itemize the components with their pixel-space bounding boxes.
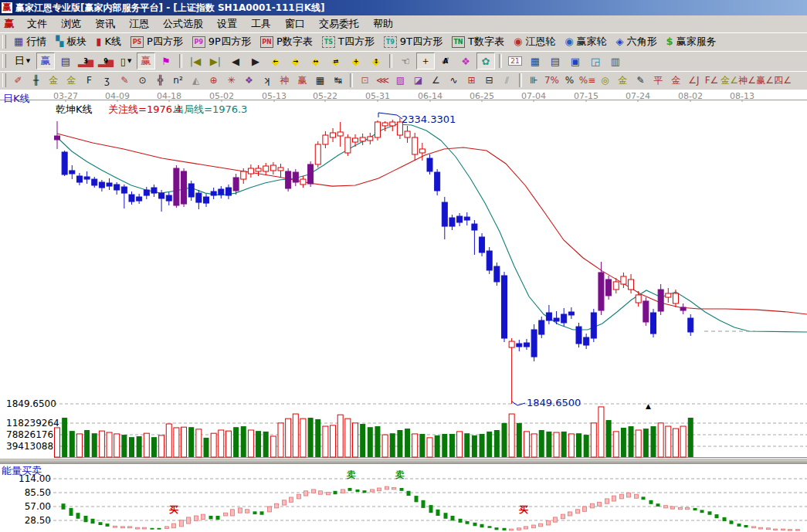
t-number-button[interactable]: TNT数字表 (447, 33, 509, 50)
menu-item-5[interactable]: 公式选股 (156, 15, 210, 32)
shen-angle-icon[interactable]: 神∠ (738, 73, 756, 89)
menu-item-9[interactable]: 交易委托 (312, 15, 366, 32)
winner-wheel-button[interactable]: ◉赢家轮 (560, 33, 611, 50)
bars-3-icon[interactable]: ▂▅3 (76, 53, 95, 69)
next-bar-icon[interactable]: ▶ (246, 53, 265, 69)
gold-lines-icon[interactable]: 金 (614, 73, 632, 89)
p-number-button[interactable]: PNP数字表 (256, 33, 317, 50)
time-circle-icon[interactable]: ⊙ (134, 73, 151, 89)
zoom-in-diamond-icon[interactable]: ◆+ (347, 53, 365, 69)
kline-chart-canvas[interactable] (0, 90, 807, 532)
pen-ruler-icon[interactable]: ✎ (116, 73, 134, 89)
save-icon[interactable]: ▣ (566, 53, 585, 69)
swap-diamond-icon[interactable]: ◆⇄ (327, 53, 345, 69)
k-marks-icon[interactable]: ʞ (258, 73, 276, 89)
menu-item-8[interactable]: 窗口 (278, 15, 312, 32)
expand-y-diamond-icon[interactable]: ◆↕ (367, 53, 385, 69)
web-box-icon[interactable]: ▨ (392, 73, 409, 89)
j-angle-icon[interactable]: ∠J (685, 73, 703, 89)
candle-type-icon-dropdown-arrow[interactable]: ▼ (127, 58, 131, 64)
grid-dark-icon[interactable]: ⊟ (480, 73, 498, 89)
p-square-button[interactable]: PSP四方形 (126, 33, 188, 50)
toolbar-grip[interactable] (2, 73, 6, 87)
circle-cross-icon[interactable]: ⊕ (205, 73, 222, 89)
menu-item-2[interactable]: 浏览 (54, 15, 88, 32)
box-ruler-icon[interactable]: ⊡ (356, 73, 374, 89)
chart-area[interactable]: 日K线 乾坤K线 关注线=1976.4 出局线=1976.3 2334.3301… (0, 90, 807, 532)
kline-button[interactable]: ▮K线 (91, 33, 126, 50)
menu-item-7[interactable]: 工具 (244, 15, 278, 32)
width-arrows-icon[interactable]: ↹ (329, 73, 347, 89)
bars-9-icon[interactable]: ▂▅9 (97, 53, 115, 69)
ying-angle-icon[interactable]: 赢∠ (756, 73, 774, 89)
grid-dense-icon[interactable]: ▦ (311, 73, 329, 89)
n2-ruler-icon[interactable]: n² (169, 73, 187, 89)
menu-item-3[interactable]: 资讯 (88, 15, 122, 32)
toolbar-grip[interactable] (2, 35, 6, 49)
gold-circle-icon[interactable]: ◎ (596, 73, 614, 89)
9p-square-button[interactable]: P99P四方形 (188, 33, 256, 50)
fan-box-icon[interactable]: ◪ (409, 73, 427, 89)
prev-bar-icon[interactable]: ◀ (226, 53, 245, 69)
angle-mirror-icon[interactable]: ◭ (187, 73, 205, 89)
winner-service-button[interactable]: $赢家服务 (662, 33, 721, 50)
gann-wheel-button[interactable]: ◉江恩轮 (509, 33, 560, 50)
percent-icon[interactable]: % (561, 73, 578, 89)
quotes-button[interactable]: ▦行情 (9, 33, 51, 50)
notes-icon[interactable]: ▤ (546, 53, 565, 69)
title-bar[interactable]: 赢 赢家江恩专业版[赢家内部服务平台] - [上证指数 SH1A0001-111… (0, 0, 807, 15)
toolbar-grip[interactable] (2, 54, 6, 68)
star-web-icon[interactable]: ✳ (222, 73, 240, 89)
expand-x-diamond-icon[interactable]: ◆↔ (307, 53, 325, 69)
t-square-button[interactable]: TST四方形 (317, 33, 379, 50)
ying-ruler-icon[interactable]: 赢 (293, 73, 311, 89)
calendar-21-icon[interactable]: 21 (506, 53, 524, 69)
spiral-5-icon[interactable]: ʒ (98, 73, 116, 89)
ruler-grid-icon[interactable]: ╫ (27, 73, 45, 89)
parallel-lines-icon[interactable]: ⫽ (498, 73, 516, 89)
calculator-icon[interactable]: ▦ (526, 53, 544, 69)
hexagon-button[interactable]: ◈六角形 (612, 33, 662, 50)
winner-red-icon[interactable]: 赢 (137, 53, 155, 69)
percent-lines-icon[interactable]: %≡ (578, 73, 596, 89)
boxed-web-icon[interactable]: ❖ (240, 73, 258, 89)
pane-splitter[interactable] (0, 459, 807, 464)
gold-angle-icon[interactable]: 金∠ (721, 73, 738, 89)
gann-marker-icon[interactable]: ❖ (456, 53, 475, 69)
ping-lines-icon[interactable]: 平 (649, 73, 667, 89)
f-ruler-icon[interactable]: F (80, 73, 98, 89)
golden-ruler-icon[interactable]: 金 (45, 73, 63, 89)
last-page-icon[interactable]: ▶| (206, 53, 225, 69)
percent-7-icon[interactable]: 7% (543, 73, 561, 89)
document-icon[interactable]: ▤ (56, 53, 75, 69)
crosshair-tool-icon[interactable]: ＋ (416, 53, 435, 69)
first-page-icon[interactable]: |◀ (186, 53, 205, 69)
period-selector-dropdown-arrow[interactable]: ▼ (26, 58, 30, 64)
flag-icon[interactable]: ⚑ (157, 53, 175, 69)
label-a-tool-icon[interactable]: ✐A (436, 53, 455, 69)
net-send-icon[interactable]: ◲ (586, 53, 605, 69)
shift-left-diamond-icon[interactable]: ◆← (266, 53, 285, 69)
candle-type-icon[interactable]: ▯▼ (117, 53, 135, 69)
period-selector[interactable]: 日▼ (10, 53, 35, 69)
hand-tool-icon[interactable]: ☜ (396, 53, 415, 69)
f-angle-icon[interactable]: F∠ (703, 73, 721, 89)
menu-item-10[interactable]: 帮助 (366, 15, 400, 32)
scribble-tool-icon[interactable]: ✿ (476, 53, 495, 69)
column-box-icon[interactable]: ⊪ (525, 73, 543, 89)
fan-lines-icon[interactable]: ⋘ (374, 73, 392, 89)
sectors-button[interactable]: ▚板块 (51, 33, 91, 50)
gold-red-icon[interactable]: 金 (667, 73, 685, 89)
9t-square-button[interactable]: T99T四方形 (379, 33, 447, 50)
print-icon[interactable]: ▥ (606, 53, 625, 69)
dense-ruler-icon[interactable]: ╬ (151, 73, 169, 89)
shift-right-diamond-icon[interactable]: ◆→ (287, 53, 305, 69)
shen-ruler-icon[interactable]: 神 (276, 73, 293, 89)
pencil-tool-icon[interactable]: ✐ (9, 73, 27, 89)
menu-item-4[interactable]: 江恩 (122, 15, 156, 32)
four-angle-icon[interactable]: 四∠ (774, 73, 792, 89)
golden-ruler2-icon[interactable]: 金 (63, 73, 80, 89)
winner-chart-icon[interactable]: 赢 (36, 53, 55, 69)
menu-item-6[interactable]: 设置 (210, 15, 244, 32)
wave-line-icon[interactable]: ∿ (445, 73, 463, 89)
